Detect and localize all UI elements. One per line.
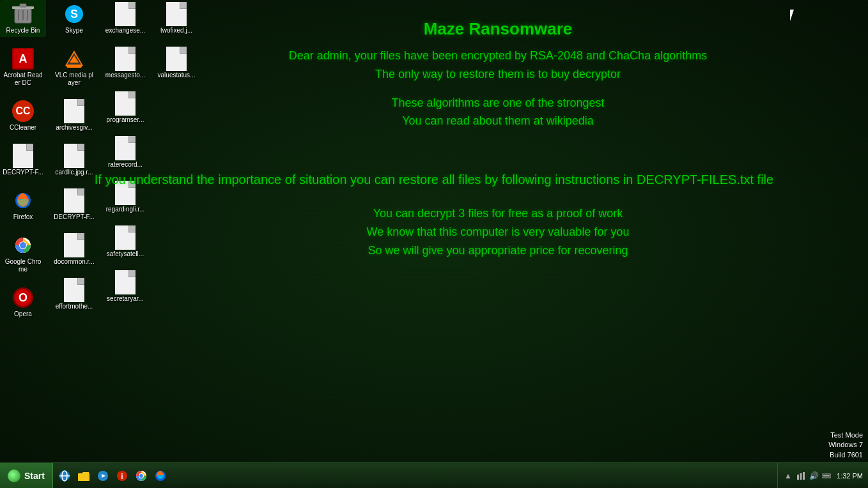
acrobat-label: Acrobat Reader DC (3, 72, 43, 87)
svg-point-10 (20, 242, 26, 248)
ransom-title: Maze Ransomware (128, 19, 868, 39)
google-chrome-label: Google Chrome (3, 258, 43, 273)
opera-icon[interactable]: O Opera (0, 284, 46, 321)
clock-time: 1:32 PM (837, 472, 863, 480)
ransom-line3: These algorithms are one of the stronges… (128, 94, 868, 112)
tray-network-icon[interactable] (796, 471, 806, 481)
test-mode-line3: Build 7601 (828, 450, 863, 460)
archivesgiv-icon[interactable]: archivesgiv... (51, 97, 97, 134)
start-button[interactable]: Start (0, 463, 53, 489)
ransom-line5: If you understand the importance of situ… (0, 172, 868, 187)
taskbar: Start i (0, 462, 868, 488)
mouse-cursor (790, 10, 798, 22)
svg-rect-20 (78, 473, 89, 481)
taskbar-ie2-icon[interactable]: i (113, 467, 131, 485)
svg-rect-34 (823, 475, 830, 477)
ransom-line8: So we will give you appropriate price fo… (128, 241, 868, 260)
ransom-line7: We know that this computer is very valua… (128, 223, 868, 241)
secretaryar-label: secretaryar... (107, 295, 144, 303)
start-label: Start (24, 471, 45, 481)
tray-network2-icon[interactable] (821, 471, 832, 481)
taskbar-ff-icon[interactable] (151, 467, 169, 485)
svg-point-27 (139, 474, 143, 478)
icon-column-2: S Skype VLC media player archivesgi (51, 0, 97, 318)
desktop: Maze Ransomware Dear admin, your files h… (0, 0, 868, 462)
secretaryar-icon[interactable]: secretaryar... (102, 268, 148, 305)
decrypt-file-label-2: DECRYPT-F... (54, 213, 95, 221)
test-mode-line1: Test Mode (828, 431, 863, 440)
docommon-icon[interactable]: docommon.r... (51, 231, 97, 268)
svg-rect-15 (66, 65, 82, 68)
archivesgiv-label: archivesgiv... (56, 124, 93, 132)
svg-rect-31 (800, 473, 802, 480)
test-mode-watermark: Test Mode Windows 7 Build 7601 (828, 431, 863, 460)
svg-text:i: i (121, 472, 123, 481)
ransom-line2: The only way to restore them is to buy d… (128, 65, 868, 84)
recycle-bin-label: Recycle Bin (6, 27, 40, 34)
recycle-bin-icon[interactable]: Recycle Bin (0, 0, 46, 37)
svg-rect-2 (20, 4, 26, 7)
start-orb (8, 469, 20, 482)
firefox-icon[interactable]: Firefox (0, 187, 46, 224)
docommon-label: docommon.r... (54, 258, 94, 266)
ransom-section3: You can decrypt 3 files for free as a pr… (128, 204, 868, 259)
svg-text:S: S (70, 8, 78, 20)
taskbar-media-icon[interactable] (94, 467, 112, 485)
svg-rect-30 (797, 475, 799, 480)
ransom-section2: These algorithms are one of the stronges… (128, 94, 868, 131)
tray-sound-icon[interactable]: 🔊 (809, 471, 819, 481)
ransom-line4: You can read about them at wikipedia (128, 112, 868, 130)
ransom-overlay: Maze Ransomware Dear admin, your files h… (128, 19, 868, 130)
taskbar-ie-icon[interactable] (56, 467, 74, 485)
tray-arrow-icon[interactable]: ▲ (783, 471, 793, 481)
raterecord-icon[interactable]: raterecord... (102, 134, 148, 171)
ccleaner-icon[interactable]: CC CCleaner (0, 97, 46, 134)
skype-icon[interactable]: S Skype (51, 0, 97, 37)
skype-label: Skype (65, 27, 83, 34)
firefox-label: Firefox (13, 213, 33, 221)
svg-rect-32 (803, 472, 805, 480)
taskbar-right: ▲ 🔊 1:32 PM (777, 463, 868, 488)
taskbar-folder-icon[interactable] (75, 467, 93, 485)
vlc-label: VLC media player (54, 72, 95, 87)
ransom-line6: You can decrypt 3 files for free as a pr… (128, 204, 868, 223)
effortmothe-label: effortmothe... (56, 303, 93, 310)
system-tray: ▲ 🔊 (783, 471, 832, 481)
decrypt-file-icon-2[interactable]: DECRYPT-F... (51, 187, 97, 224)
clock[interactable]: 1:32 PM (837, 472, 863, 480)
test-mode-line2: Windows 7 (828, 440, 863, 450)
taskbar-chrome-icon[interactable] (132, 467, 150, 485)
raterecord-label: raterecord... (108, 161, 143, 169)
icon-column-1: Recycle Bin A Acrobat Reader DC CC CClea… (0, 0, 46, 326)
vlc-icon[interactable]: VLC media player (51, 45, 97, 89)
google-chrome-icon[interactable]: Google Chrome (0, 231, 46, 276)
ransom-line1: Dear admin, your files have been encrypt… (128, 47, 868, 65)
effortmothe-icon[interactable]: effortmothe... (51, 276, 97, 313)
ccleaner-label: CCleaner (10, 124, 36, 132)
opera-label: Opera (14, 310, 32, 318)
taskbar-items: i (53, 467, 777, 485)
acrobat-reader-icon[interactable]: A Acrobat Reader DC (0, 45, 46, 89)
